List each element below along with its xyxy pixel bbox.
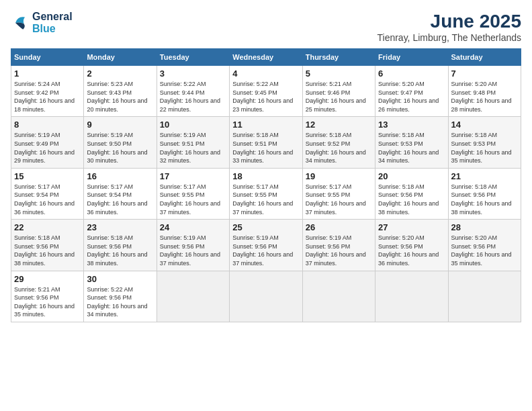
calendar-cell: 20Sunrise: 5:18 AMSunset: 9:56 PMDayligh… — [375, 168, 448, 219]
logo-text: General Blue — [32, 11, 73, 35]
day-info: Sunrise: 5:23 AMSunset: 9:43 PMDaylight:… — [87, 80, 153, 113]
weekday-header-sunday: Sunday — [11, 49, 84, 66]
day-info: Sunrise: 5:22 AMSunset: 9:45 PMDaylight:… — [232, 80, 299, 113]
day-info: Sunrise: 5:17 AMSunset: 9:55 PMDaylight:… — [160, 183, 226, 216]
day-number: 5 — [306, 68, 372, 79]
calendar-week-2: 8Sunrise: 5:19 AMSunset: 9:49 PMDaylight… — [11, 117, 521, 168]
day-info: Sunrise: 5:18 AMSunset: 9:51 PMDaylight:… — [232, 131, 299, 165]
day-info: Sunrise: 5:20 AMSunset: 9:47 PMDaylight:… — [378, 80, 445, 113]
day-info: Sunrise: 5:19 AMSunset: 9:51 PMDaylight:… — [160, 131, 226, 165]
day-info: Sunrise: 5:24 AMSunset: 9:42 PMDaylight:… — [14, 80, 81, 113]
calendar-cell: 16Sunrise: 5:17 AMSunset: 9:54 PMDayligh… — [84, 168, 157, 219]
calendar-cell: 7Sunrise: 5:20 AMSunset: 9:48 PMDaylight… — [448, 66, 521, 117]
day-info: Sunrise: 5:17 AMSunset: 9:54 PMDaylight:… — [14, 183, 81, 216]
day-number: 10 — [160, 120, 226, 130]
day-info: Sunrise: 5:18 AMSunset: 9:56 PMDaylight:… — [87, 234, 153, 267]
calendar-cell: 21Sunrise: 5:18 AMSunset: 9:56 PMDayligh… — [448, 168, 521, 219]
day-number: 4 — [232, 68, 299, 79]
day-number: 1 — [14, 68, 81, 79]
day-number: 24 — [160, 222, 226, 232]
day-info: Sunrise: 5:18 AMSunset: 9:52 PMDaylight:… — [306, 131, 372, 165]
logo-icon — [11, 13, 30, 32]
day-number: 15 — [14, 171, 81, 181]
calendar-cell: 13Sunrise: 5:18 AMSunset: 9:53 PMDayligh… — [375, 117, 448, 168]
day-info: Sunrise: 5:18 AMSunset: 9:53 PMDaylight:… — [451, 131, 518, 165]
calendar-cell — [230, 271, 302, 322]
day-info: Sunrise: 5:18 AMSunset: 9:56 PMDaylight:… — [14, 234, 81, 267]
day-number: 17 — [160, 171, 226, 181]
day-number: 30 — [87, 274, 153, 284]
day-info: Sunrise: 5:19 AMSunset: 9:56 PMDaylight:… — [306, 234, 372, 267]
calendar-cell: 30Sunrise: 5:22 AMSunset: 9:56 PMDayligh… — [84, 271, 157, 322]
day-number: 14 — [451, 120, 518, 130]
logo: General Blue — [11, 11, 73, 35]
day-info: Sunrise: 5:19 AMSunset: 9:56 PMDaylight:… — [160, 234, 226, 267]
day-number: 28 — [451, 222, 518, 232]
day-number: 26 — [306, 222, 372, 232]
day-number: 25 — [232, 222, 299, 232]
calendar-cell: 12Sunrise: 5:18 AMSunset: 9:52 PMDayligh… — [302, 117, 375, 168]
calendar-cell: 18Sunrise: 5:17 AMSunset: 9:55 PMDayligh… — [230, 168, 302, 219]
day-number: 2 — [87, 68, 153, 79]
calendar-cell: 9Sunrise: 5:19 AMSunset: 9:50 PMDaylight… — [84, 117, 157, 168]
calendar-cell: 19Sunrise: 5:17 AMSunset: 9:55 PMDayligh… — [302, 168, 375, 219]
weekday-header-friday: Friday — [375, 49, 448, 66]
calendar-cell: 11Sunrise: 5:18 AMSunset: 9:51 PMDayligh… — [230, 117, 302, 168]
day-number: 29 — [14, 274, 81, 284]
calendar-cell — [157, 271, 229, 322]
day-number: 23 — [87, 222, 153, 232]
calendar-cell — [302, 271, 375, 322]
day-number: 7 — [451, 68, 518, 79]
day-info: Sunrise: 5:22 AMSunset: 9:44 PMDaylight:… — [160, 80, 226, 113]
calendar-cell — [448, 271, 521, 322]
day-info: Sunrise: 5:19 AMSunset: 9:49 PMDaylight:… — [14, 131, 81, 165]
day-number: 12 — [306, 120, 372, 130]
day-number: 22 — [14, 222, 81, 232]
day-info: Sunrise: 5:19 AMSunset: 9:50 PMDaylight:… — [87, 131, 153, 165]
calendar-cell: 24Sunrise: 5:19 AMSunset: 9:56 PMDayligh… — [157, 220, 229, 271]
calendar-week-5: 29Sunrise: 5:21 AMSunset: 9:56 PMDayligh… — [11, 271, 521, 322]
calendar-cell: 26Sunrise: 5:19 AMSunset: 9:56 PMDayligh… — [302, 220, 375, 271]
calendar-cell: 8Sunrise: 5:19 AMSunset: 9:49 PMDaylight… — [11, 117, 84, 168]
page-header: General Blue June 2025 Tienray, Limburg,… — [11, 11, 521, 43]
weekday-header-tuesday: Tuesday — [157, 49, 229, 66]
day-info: Sunrise: 5:19 AMSunset: 9:56 PMDaylight:… — [232, 234, 299, 267]
day-number: 21 — [451, 171, 518, 181]
calendar-cell: 27Sunrise: 5:20 AMSunset: 9:56 PMDayligh… — [375, 220, 448, 271]
calendar-cell: 28Sunrise: 5:20 AMSunset: 9:56 PMDayligh… — [448, 220, 521, 271]
weekday-header-row: SundayMondayTuesdayWednesdayThursdayFrid… — [11, 49, 521, 66]
day-info: Sunrise: 5:17 AMSunset: 9:55 PMDaylight:… — [306, 183, 372, 216]
calendar-cell: 2Sunrise: 5:23 AMSunset: 9:43 PMDaylight… — [84, 66, 157, 117]
day-info: Sunrise: 5:18 AMSunset: 9:56 PMDaylight:… — [451, 183, 518, 216]
calendar-cell: 10Sunrise: 5:19 AMSunset: 9:51 PMDayligh… — [157, 117, 229, 168]
day-info: Sunrise: 5:20 AMSunset: 9:56 PMDaylight:… — [378, 234, 445, 267]
calendar-cell: 4Sunrise: 5:22 AMSunset: 9:45 PMDaylight… — [230, 66, 302, 117]
day-info: Sunrise: 5:17 AMSunset: 9:55 PMDaylight:… — [232, 183, 299, 216]
calendar-cell: 5Sunrise: 5:21 AMSunset: 9:46 PMDaylight… — [302, 66, 375, 117]
calendar-cell — [375, 271, 448, 322]
day-info: Sunrise: 5:21 AMSunset: 9:56 PMDaylight:… — [14, 285, 81, 319]
day-info: Sunrise: 5:21 AMSunset: 9:46 PMDaylight:… — [306, 80, 372, 113]
calendar-cell: 29Sunrise: 5:21 AMSunset: 9:56 PMDayligh… — [11, 271, 84, 322]
day-number: 8 — [14, 120, 81, 130]
day-info: Sunrise: 5:17 AMSunset: 9:54 PMDaylight:… — [87, 183, 153, 216]
day-number: 27 — [378, 222, 445, 232]
location-title: Tienray, Limburg, The Netherlands — [377, 32, 521, 43]
calendar-cell: 17Sunrise: 5:17 AMSunset: 9:55 PMDayligh… — [157, 168, 229, 219]
day-info: Sunrise: 5:22 AMSunset: 9:56 PMDaylight:… — [87, 285, 153, 319]
calendar-cell: 6Sunrise: 5:20 AMSunset: 9:47 PMDaylight… — [375, 66, 448, 117]
weekday-header-thursday: Thursday — [302, 49, 375, 66]
calendar-cell: 23Sunrise: 5:18 AMSunset: 9:56 PMDayligh… — [84, 220, 157, 271]
calendar-cell: 15Sunrise: 5:17 AMSunset: 9:54 PMDayligh… — [11, 168, 84, 219]
calendar-table: SundayMondayTuesdayWednesdayThursdayFrid… — [11, 48, 521, 322]
weekday-header-monday: Monday — [84, 49, 157, 66]
calendar-cell: 14Sunrise: 5:18 AMSunset: 9:53 PMDayligh… — [448, 117, 521, 168]
day-number: 13 — [378, 120, 445, 130]
day-number: 11 — [232, 120, 299, 130]
calendar-cell: 25Sunrise: 5:19 AMSunset: 9:56 PMDayligh… — [230, 220, 302, 271]
calendar-cell: 3Sunrise: 5:22 AMSunset: 9:44 PMDaylight… — [157, 66, 229, 117]
day-number: 3 — [160, 68, 226, 79]
day-info: Sunrise: 5:20 AMSunset: 9:48 PMDaylight:… — [451, 80, 518, 113]
weekday-header-wednesday: Wednesday — [230, 49, 302, 66]
calendar-week-1: 1Sunrise: 5:24 AMSunset: 9:42 PMDaylight… — [11, 66, 521, 117]
